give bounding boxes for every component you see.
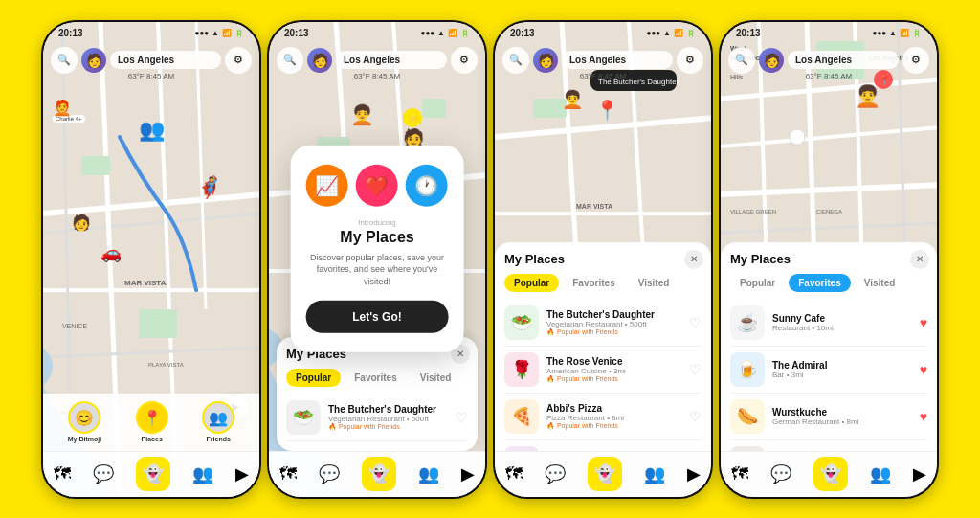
tab-popular-3[interactable]: Popular	[504, 274, 559, 292]
heart-p4-3[interactable]: ♥	[920, 409, 927, 424]
place-item-p3-3: 🍕 Abbi's PizzaPizza Restaurant • 8mi🔥 Po…	[504, 394, 702, 440]
panel-title-3: My Places	[504, 252, 702, 266]
tab-popular-2[interactable]: Popular	[286, 369, 341, 387]
svg-text:MAR VISTA: MAR VISTA	[124, 279, 167, 287]
status-bar-1: 20:13 ●●●▲📶🔋	[43, 22, 259, 40]
friends-nav-1[interactable]: 👥	[192, 463, 213, 484]
heart-p3-1[interactable]: ♡	[689, 315, 702, 330]
story-nav-3[interactable]: ▶	[687, 463, 701, 484]
user-avatar-4[interactable]: 🧑	[759, 48, 784, 73]
search-btn-4[interactable]: 🔍	[728, 47, 755, 74]
lets-go-button[interactable]: Let's Go!	[306, 301, 449, 333]
camera-nav-4[interactable]: 👻	[813, 457, 848, 491]
settings-btn-3[interactable]: ⚙	[677, 47, 703, 74]
tab-favorites-4[interactable]: Favorites	[789, 274, 850, 292]
heart-icon-circle: ❤️	[356, 164, 398, 206]
map-nav-3[interactable]: 🗺	[505, 464, 523, 484]
close-panel-3[interactable]: ✕	[684, 250, 703, 269]
time-1: 20:13	[58, 28, 83, 38]
location-bar-2[interactable]: Los Angeles	[336, 51, 447, 69]
search-btn-1[interactable]: 🔍	[51, 47, 78, 74]
heart-p3-3[interactable]: ♡	[689, 409, 702, 424]
friends-nav-4[interactable]: 👥	[870, 463, 891, 484]
bitmoji-car: 🚗	[100, 242, 122, 263]
tab-visited-3[interactable]: Visited	[629, 274, 679, 292]
heart-1[interactable]: ♡	[456, 410, 468, 425]
places-avatar: 📍	[136, 401, 168, 434]
places-label: Places	[142, 436, 163, 442]
phone-2: 📍 ⭐ 🧑‍🦱 🧑 20:13 ●●●▲📶🔋 🔍 🧑 Los Angeles ⚙	[267, 20, 487, 499]
friends-nav-2[interactable]: 👥	[418, 463, 439, 484]
admiral-name: The Admiral	[772, 360, 912, 371]
my-bitmoji-label: My Bitmoji	[68, 436, 101, 442]
nav-temp-2: 63°F 8:45 AM	[269, 72, 485, 80]
place-item-p3-4: 🌵 Prickly Pear— ♡	[504, 440, 702, 451]
svg-text:VENICE: VENICE	[62, 323, 87, 329]
location-bar-4[interactable]: Los Angeles	[788, 51, 899, 69]
tab-visited-4[interactable]: Visited	[855, 274, 905, 292]
bottom-nav-2: 🗺 💬 👻 👥 ▶	[269, 451, 485, 497]
bottom-nav-1: 🗺 💬 👻 👥 ▶	[43, 451, 259, 497]
heart-p4-2[interactable]: ♥	[920, 362, 927, 377]
my-bitmoji-avatar: 😊	[68, 401, 100, 434]
bitmoji-batman: 🦸	[196, 175, 222, 200]
tab-favorites-3[interactable]: Favorites	[563, 274, 624, 292]
phone-4: West Hollywood Hills Los Angeles VILLAGE…	[719, 20, 939, 499]
user-avatar-1[interactable]: 🧑	[81, 48, 106, 73]
location-bar-1[interactable]: Los Angeles	[110, 51, 221, 69]
heart-p4-1[interactable]: ♥	[920, 315, 927, 330]
tab-visited-2[interactable]: Visited	[411, 369, 461, 387]
time-2: 20:13	[284, 28, 309, 38]
story-nav-1[interactable]: ▶	[235, 463, 249, 484]
tab-favorites-2[interactable]: Favorites	[345, 369, 406, 387]
user-avatar-2[interactable]: 🧑	[307, 48, 332, 73]
svg-rect-10	[139, 309, 177, 338]
my-places-panel-3: ✕ My Places Popular Favorites Visited 🥗 …	[495, 242, 711, 451]
story-nav-2[interactable]: ▶	[461, 463, 475, 484]
chat-nav-1[interactable]: 💬	[93, 463, 114, 484]
panel-tabs-2: Popular Favorites Visited	[286, 369, 468, 387]
admiral-type: Bar • 3mi	[772, 371, 912, 379]
panel-tabs-4: Popular Favorites Visited	[730, 274, 927, 292]
place-item-p4-2: 🍺 The Admiral Bar • 3mi ♥	[730, 347, 927, 394]
location-text-3: Los Angeles	[569, 55, 626, 65]
tab-popular-4[interactable]: Popular	[730, 274, 785, 292]
panel-title-4: My Places	[730, 252, 927, 266]
map-nav-1[interactable]: 🗺	[54, 464, 71, 484]
map-nav-2[interactable]: 🗺	[279, 464, 297, 484]
place-item-p3-2: 🌹 The Rose VeniceAmerican Cuisine • 3mi🔥…	[504, 347, 702, 394]
camera-nav-2[interactable]: 👻	[362, 457, 396, 491]
location-text-4: Los Angeles	[795, 55, 852, 65]
place-img-1: 🥗	[286, 400, 321, 435]
settings-btn-2[interactable]: ⚙	[451, 47, 478, 74]
my-bitmoji-item[interactable]: 😊 My Bitmoji	[68, 401, 101, 442]
camera-nav-1[interactable]: 👻	[136, 457, 170, 491]
friends-item[interactable]: 👥 Friends	[202, 401, 234, 442]
settings-btn-1[interactable]: ⚙	[225, 47, 252, 74]
intro-modal: 📈 ❤️ 🕐 Introducing My Places Discover po…	[291, 145, 464, 352]
chat-nav-4[interactable]: 💬	[770, 463, 791, 484]
panel-tabs-3: Popular Favorites Visited	[504, 274, 702, 292]
intro-icons: 📈 ❤️ 🕐	[306, 164, 449, 206]
settings-btn-4[interactable]: ⚙	[902, 47, 929, 74]
intro-label: Introducing	[306, 217, 449, 226]
location-text-1: Los Angeles	[118, 55, 174, 65]
svg-text:⭐: ⭐	[407, 112, 419, 124]
story-nav-4[interactable]: ▶	[913, 463, 926, 484]
chat-nav-2[interactable]: 💬	[319, 463, 340, 484]
my-places-panel-4: ✕ My Places Popular Favorites Visited ☕ …	[721, 242, 937, 451]
heart-p3-2[interactable]: ♡	[689, 362, 702, 377]
close-panel-4[interactable]: ✕	[910, 250, 929, 269]
map-nav-4[interactable]: 🗺	[731, 464, 748, 484]
place-item-p4-4: ☕ Blackstone Coffee Roasters — ♡	[730, 440, 927, 451]
search-btn-3[interactable]: 🔍	[502, 47, 529, 74]
camera-nav-3[interactable]: 👻	[588, 457, 622, 491]
friends-nav-3[interactable]: 👥	[644, 463, 665, 484]
my-places-panel-2: ✕ My Places Popular Favorites Visited 🥗 …	[277, 337, 478, 451]
svg-text:PLAYA VISTA: PLAYA VISTA	[148, 362, 184, 368]
chat-nav-3[interactable]: 💬	[545, 463, 566, 484]
location-bar-3[interactable]: Los Angeles	[562, 51, 673, 69]
user-avatar-3[interactable]: 🧑	[533, 48, 558, 73]
search-btn-2[interactable]: 🔍	[277, 47, 303, 74]
places-item[interactable]: 📍 Places	[136, 401, 168, 442]
